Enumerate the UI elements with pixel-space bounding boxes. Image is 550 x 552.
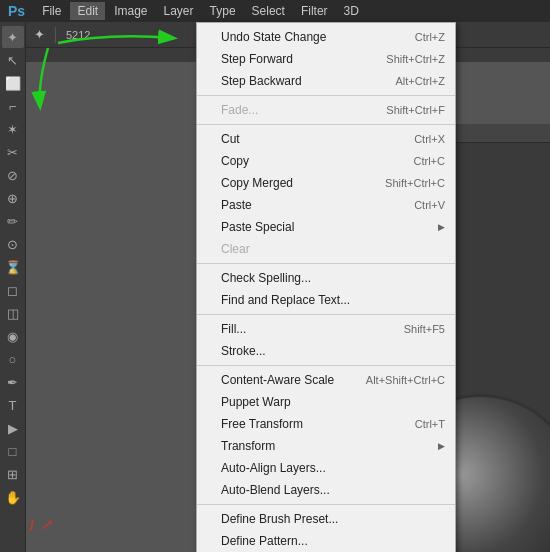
menu-layer[interactable]: Layer (157, 2, 201, 20)
menu-cut[interactable]: Cut Ctrl+X (197, 128, 455, 150)
tool-path-select[interactable]: ▶ (2, 417, 24, 439)
menu-fill[interactable]: Fill... Shift+F5 (197, 318, 455, 340)
tool-heal[interactable]: ⊕ (2, 187, 24, 209)
menu-edit[interactable]: Edit (70, 2, 105, 20)
menu-auto-align[interactable]: Auto-Align Layers... (197, 457, 455, 479)
tool-brush[interactable]: ✏ (2, 210, 24, 232)
menu-image[interactable]: Image (107, 2, 154, 20)
tool-magic-select[interactable]: ✶ (2, 118, 24, 140)
tool-magic-wand[interactable]: ✦ (2, 26, 24, 48)
tool-shape[interactable]: □ (2, 440, 24, 462)
menu-bar: Ps File Edit Image Layer Type Select Fil… (0, 0, 550, 22)
menu-find-replace[interactable]: Find and Replace Text... (197, 289, 455, 311)
toolbar: ✦ ↖ ⬜ ⌐ ✶ ✂ ⊘ ⊕ ✏ ⊙ ⌛ ◻ ◫ ◉ ○ ✒ T ▶ □ ⊞ … (0, 22, 26, 552)
menu-define-pattern[interactable]: Define Pattern... (197, 530, 455, 552)
tool-crop[interactable]: ✂ (2, 141, 24, 163)
menu-transform[interactable]: Transform (197, 435, 455, 457)
menu-copy-merged[interactable]: Copy Merged Shift+Ctrl+C (197, 172, 455, 194)
menu-undo[interactable]: Undo State Change Ctrl+Z (197, 26, 455, 48)
menu-auto-blend[interactable]: Auto-Blend Layers... (197, 479, 455, 501)
menu-content-aware-scale[interactable]: Content-Aware Scale Alt+Shift+Ctrl+C (197, 369, 455, 391)
tool-history[interactable]: ⌛ (2, 256, 24, 278)
menu-define-brush[interactable]: Define Brush Preset... (197, 508, 455, 530)
options-divider-1 (55, 27, 56, 43)
tool-pen[interactable]: ✒ (2, 371, 24, 393)
menu-filter[interactable]: Filter (294, 2, 335, 20)
menu-section-history: Undo State Change Ctrl+Z Step Forward Sh… (197, 23, 455, 96)
menu-section-define: Define Brush Preset... Define Pattern...… (197, 505, 455, 552)
tool-blur[interactable]: ◉ (2, 325, 24, 347)
menu-file[interactable]: File (35, 2, 68, 20)
menu-3d[interactable]: 3D (337, 2, 366, 20)
menu-paste[interactable]: Paste Ctrl+V (197, 194, 455, 216)
menu-step-forward[interactable]: Step Forward Shift+Ctrl+Z (197, 48, 455, 70)
menu-section-fade: Fade... Shift+Ctrl+F (197, 96, 455, 125)
menu-step-backward[interactable]: Step Backward Alt+Ctrl+Z (197, 70, 455, 92)
menu-stroke[interactable]: Stroke... (197, 340, 455, 362)
tool-eyedropper[interactable]: ⊘ (2, 164, 24, 186)
menu-check-spelling[interactable]: Check Spelling... (197, 267, 455, 289)
options-tool-icon: ✦ (34, 27, 45, 42)
menu-section-fill: Fill... Shift+F5 Stroke... (197, 315, 455, 366)
tool-select-rect[interactable]: ⬜ (2, 72, 24, 94)
tool-eraser[interactable]: ◻ (2, 279, 24, 301)
options-label: 5212 (66, 29, 90, 41)
menu-section-transform: Content-Aware Scale Alt+Shift+Ctrl+C Pup… (197, 366, 455, 505)
menu-puppet-warp[interactable]: Puppet Warp (197, 391, 455, 413)
menu-select[interactable]: Select (245, 2, 292, 20)
menu-fade: Fade... Shift+Ctrl+F (197, 99, 455, 121)
tool-3d[interactable]: ⊞ (2, 463, 24, 485)
photoshop-logo: Ps (8, 3, 25, 19)
menu-section-spelling: Check Spelling... Find and Replace Text.… (197, 264, 455, 315)
menu-clear: Clear (197, 238, 455, 260)
menu-paste-special[interactable]: Paste Special (197, 216, 455, 238)
menu-free-transform[interactable]: Free Transform Ctrl+T (197, 413, 455, 435)
tool-hand[interactable]: ✋ (2, 486, 24, 508)
menu-section-clipboard: Cut Ctrl+X Copy Ctrl+C Copy Merged Shift… (197, 125, 455, 264)
menu-type[interactable]: Type (203, 2, 243, 20)
tool-dodge[interactable]: ○ (2, 348, 24, 370)
menu-copy[interactable]: Copy Ctrl+C (197, 150, 455, 172)
tool-lasso[interactable]: ⌐ (2, 95, 24, 117)
tool-text[interactable]: T (2, 394, 24, 416)
tool-gradient[interactable]: ◫ (2, 302, 24, 324)
edit-dropdown-menu: Undo State Change Ctrl+Z Step Forward Sh… (196, 22, 456, 552)
tool-arrow[interactable]: ↖ (2, 49, 24, 71)
tool-clone[interactable]: ⊙ (2, 233, 24, 255)
